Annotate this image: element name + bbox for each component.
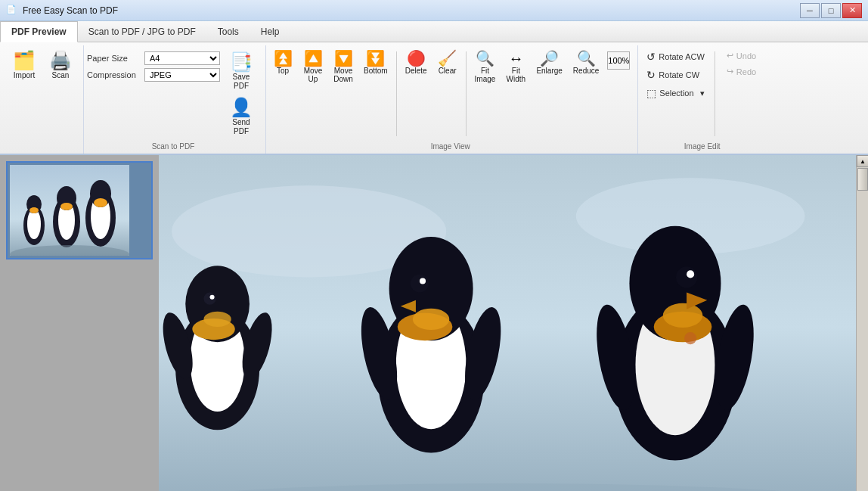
- top-icon: ⏫: [274, 51, 293, 66]
- svg-point-41: [687, 270, 694, 278]
- top-label: Top: [277, 67, 289, 75]
- undo-button[interactable]: ↩ Undo: [720, 48, 763, 63]
- menu-bar: PDF Preview Scan to PDF / JPG to PDF Too…: [0, 21, 868, 42]
- redo-icon: ↪: [727, 67, 733, 76]
- svg-point-30: [411, 274, 429, 292]
- selection-label: Selection: [659, 89, 693, 98]
- rotate-acw-label: Rotate ACW: [659, 52, 705, 61]
- app-icon: 📄: [6, 5, 18, 17]
- ribbon-section-image-view: ⏫ Top 🔼 MoveUp 🔽 MoveDown ⏬ Bottom 🔴 Del…: [266, 45, 638, 154]
- undo-redo-group: ↩ Undo ↪ Redo: [720, 48, 763, 79]
- tab-tools[interactable]: Tools: [207, 21, 250, 42]
- tab-pdf-preview[interactable]: PDF Preview: [0, 21, 78, 42]
- selection-button[interactable]: ⬚ Selection ▾: [641, 85, 710, 101]
- move-up-button[interactable]: 🔼 MoveUp: [299, 48, 327, 85]
- clear-button[interactable]: 🧹 Clear: [434, 48, 461, 77]
- move-up-label: MoveUp: [304, 67, 322, 83]
- send-pdf-button[interactable]: 👤 SendPDF: [223, 95, 259, 139]
- zoom-display-group: 100%: [606, 48, 631, 73]
- main-penguin-svg: [159, 155, 856, 491]
- fit-width-label: FitWidth: [507, 67, 526, 83]
- import-button[interactable]: 🗂️ Import: [8, 48, 41, 83]
- import-icon: 🗂️: [13, 51, 36, 70]
- image-view-area: ◀ ▶: [159, 155, 856, 491]
- scroll-thumb-v[interactable]: [857, 168, 868, 191]
- scroll-track-v: [857, 167, 868, 491]
- rotate-cw-label: Rotate CW: [659, 70, 699, 79]
- vertical-scrollbar[interactable]: ▲ ▼: [856, 155, 868, 491]
- enlarge-label: Enlarge: [536, 67, 562, 75]
- svg-point-31: [420, 278, 426, 284]
- ribbon-section-import-scan: 🗂️ Import 🖨️ Scan: [5, 45, 84, 154]
- undo-icon: ↩: [727, 51, 733, 61]
- send-pdf-icon: 👤: [230, 98, 253, 117]
- svg-point-23: [203, 312, 231, 327]
- compression-row: Compression JPEG PNG TIFF: [87, 68, 220, 82]
- svg-point-42: [663, 303, 702, 328]
- selection-icon: ⬚: [646, 87, 656, 99]
- image-view-label: Image View: [269, 139, 631, 151]
- reduce-icon: 🔍: [577, 51, 596, 66]
- bottom-icon: ⏬: [366, 51, 385, 66]
- tab-scan-to-pdf[interactable]: Scan to PDF / JPG to PDF: [78, 21, 207, 42]
- delete-button[interactable]: 🔴 Delete: [401, 48, 431, 77]
- bottom-label: Bottom: [364, 67, 388, 75]
- enlarge-button[interactable]: 🔎 Enlarge: [532, 48, 566, 77]
- bottom-button[interactable]: ⏬ Bottom: [360, 48, 392, 77]
- ribbon-paper-content: Paper Size A4 A3 Letter Legal Compressio…: [87, 45, 259, 139]
- thumbnail-penguin-svg: [10, 165, 129, 256]
- paper-size-select[interactable]: A4 A3 Letter Legal: [144, 51, 220, 65]
- title-bar: 📄 Free Easy Scan to PDF ─ □ ✕: [0, 0, 868, 21]
- selection-dropdown-icon: ▾: [700, 89, 705, 98]
- main-area: ◀ ▶ ▲ ▼: [0, 155, 868, 491]
- reduce-button[interactable]: 🔍 Reduce: [569, 48, 603, 77]
- ribbon-section-paper: Paper Size A4 A3 Letter Legal Compressio…: [84, 45, 266, 154]
- compression-select[interactable]: JPEG PNG TIFF: [144, 68, 220, 82]
- window-title: Free Easy Scan to PDF: [23, 5, 118, 16]
- fit-image-label: FitImage: [475, 67, 496, 83]
- fit-width-button[interactable]: ↔️ FitWidth: [502, 48, 529, 85]
- ribbon-image-edit-content: ↺ Rotate ACW ↻ Rotate CW ⬚ Selection ▾ ↩…: [641, 45, 763, 139]
- import-label: Import: [14, 71, 35, 80]
- close-button[interactable]: ✕: [842, 3, 862, 18]
- zoom-percent-display: 100%: [607, 51, 630, 70]
- divider-edit: [715, 51, 715, 136]
- ribbon-section-image-edit: ↺ Rotate ACW ↻ Rotate CW ⬚ Selection ▾ ↩…: [638, 45, 769, 154]
- title-bar-left: 📄 Free Easy Scan to PDF: [6, 5, 118, 17]
- window-controls: ─ □ ✕: [800, 3, 862, 18]
- fit-image-button[interactable]: 🔍 FitImage: [471, 48, 500, 85]
- clear-label: Clear: [439, 67, 457, 75]
- minimize-button[interactable]: ─: [800, 3, 820, 18]
- ribbon-image-view-content: ⏫ Top 🔼 MoveUp 🔽 MoveDown ⏬ Bottom 🔴 Del…: [269, 45, 631, 139]
- svg-point-8: [60, 203, 73, 210]
- save-pdf-label: SavePDF: [233, 73, 250, 91]
- thumbnail-panel[interactable]: [0, 155, 159, 491]
- rotate-group: ↺ Rotate ACW ↻ Rotate CW ⬚ Selection ▾: [641, 48, 710, 101]
- rotate-cw-button[interactable]: ↻ Rotate CW: [641, 67, 710, 83]
- move-down-label: MoveDown: [333, 67, 353, 83]
- redo-label: Redo: [736, 67, 756, 76]
- move-down-icon: 🔽: [334, 51, 353, 66]
- redo-button[interactable]: ↪ Redo: [720, 64, 763, 79]
- zoom-value: 100%: [608, 56, 629, 65]
- enlarge-icon: 🔎: [540, 51, 559, 66]
- save-pdf-button[interactable]: 📑 SavePDF: [223, 50, 259, 94]
- tab-help[interactable]: Help: [250, 21, 291, 42]
- scan-button[interactable]: 🖨️ Scan: [44, 48, 77, 83]
- send-pdf-label: SendPDF: [232, 118, 250, 136]
- ribbon-import-scan-content: 🗂️ Import 🖨️ Scan: [8, 45, 77, 151]
- main-canvas-area[interactable]: [159, 155, 856, 491]
- thumbnail-item-1[interactable]: [6, 161, 153, 259]
- move-down-button[interactable]: 🔽 MoveDown: [330, 48, 357, 85]
- save-pdf-icon: 📑: [230, 53, 253, 71]
- svg-point-46: [684, 332, 696, 344]
- fit-image-icon: 🔍: [476, 51, 494, 66]
- rotate-acw-button[interactable]: ↺ Rotate ACW: [641, 48, 710, 65]
- svg-point-40: [676, 266, 697, 287]
- scroll-up-arrow[interactable]: ▲: [857, 155, 868, 167]
- top-button[interactable]: ⏫ Top: [269, 48, 296, 77]
- svg-point-4: [29, 207, 39, 213]
- maximize-button[interactable]: □: [821, 3, 841, 18]
- compression-label: Compression: [87, 70, 141, 79]
- move-up-icon: 🔼: [304, 51, 323, 66]
